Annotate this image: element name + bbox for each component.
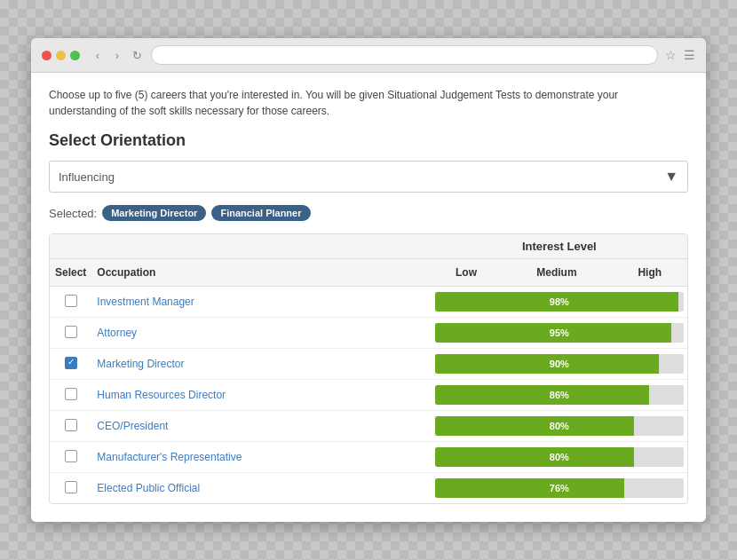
bar-cell: 80% <box>432 411 687 442</box>
bar-label: 76% <box>435 483 684 493</box>
checkbox[interactable] <box>65 419 77 431</box>
browser-window: ‹ › ↻ ☆ ☰ Choose up to five (5) careers … <box>31 38 706 522</box>
table-row: Elected Public Official76% <box>50 473 687 504</box>
bar-cell: 86% <box>432 380 687 411</box>
bar-label: 86% <box>435 390 684 400</box>
bar-cell: 80% <box>432 442 687 473</box>
bar-cell: 90% <box>432 349 687 380</box>
table-row: Manufacturer's Representative80% <box>50 442 687 473</box>
select-cell[interactable] <box>50 349 91 380</box>
occupation-cell: Attorney <box>91 318 431 349</box>
table-row: Human Resources Director86% <box>50 380 687 411</box>
maximize-button[interactable] <box>70 51 80 60</box>
checkbox[interactable] <box>65 295 77 307</box>
table-row: Marketing Director90% <box>50 349 687 380</box>
select-col-header: Select <box>50 259 91 287</box>
checkbox[interactable] <box>65 357 77 369</box>
bar-label: 80% <box>435 421 684 431</box>
browser-nav: ‹ › ↻ <box>91 48 144 62</box>
occupation-cell: Elected Public Official <box>91 473 431 504</box>
high-col-header: High <box>613 259 687 287</box>
bar-cell: 98% <box>432 287 687 318</box>
checkbox[interactable] <box>65 388 77 400</box>
bar-label: 95% <box>435 327 684 338</box>
checkbox[interactable] <box>65 481 77 493</box>
tag-financial-planner[interactable]: Financial Planner <box>211 205 310 221</box>
select-cell[interactable] <box>50 442 91 473</box>
back-button[interactable]: ‹ <box>91 48 105 62</box>
bar-label: 98% <box>435 296 684 307</box>
bar-label: 90% <box>435 359 684 369</box>
occupation-col-header: Occupation <box>91 259 431 287</box>
address-bar[interactable] <box>151 45 658 65</box>
star-icon[interactable]: ☆ <box>665 48 677 62</box>
table-row: CEO/President80% <box>50 411 687 442</box>
low-col-header: Low <box>432 259 502 287</box>
table-row: Investment Manager98% <box>50 287 687 318</box>
tag-marketing-director[interactable]: Marketing Director <box>102 205 206 221</box>
occupation-cell: Marketing Director <box>91 349 431 380</box>
reload-button[interactable]: ↻ <box>130 48 144 62</box>
medium-col-header: Medium <box>501 259 612 287</box>
table-row: Attorney95% <box>50 318 687 349</box>
instructions-text: Choose up to five (5) careers that you'r… <box>49 87 688 119</box>
minimize-button[interactable] <box>56 51 66 60</box>
checkbox[interactable] <box>65 450 77 462</box>
orientation-dropdown[interactable]: Influencing ▼ <box>49 161 688 193</box>
interest-header-row: Interest Level <box>50 234 687 259</box>
browser-actions: ☆ ☰ <box>665 48 695 62</box>
select-cell[interactable] <box>50 473 91 504</box>
forward-button[interactable]: › <box>110 48 124 62</box>
select-cell[interactable] <box>50 318 91 349</box>
menu-icon[interactable]: ☰ <box>684 48 695 62</box>
occupation-cell: Human Resources Director <box>91 380 431 411</box>
column-header-row: Select Occupation Low Medium High <box>50 259 687 287</box>
select-cell[interactable] <box>50 411 91 442</box>
checkbox[interactable] <box>65 326 77 338</box>
select-cell[interactable] <box>50 380 91 411</box>
selected-row: Selected: Marketing Director Financial P… <box>49 205 688 221</box>
close-button[interactable] <box>42 51 52 60</box>
bar-cell: 76% <box>432 473 687 504</box>
select-cell[interactable] <box>50 287 91 318</box>
traffic-lights <box>42 51 80 60</box>
browser-titlebar: ‹ › ↻ ☆ ☰ <box>31 38 706 73</box>
occupation-cell: CEO/President <box>91 411 431 442</box>
bar-label: 80% <box>435 452 684 462</box>
selected-label: Selected: <box>49 207 97 220</box>
occupation-cell: Manufacturer's Representative <box>91 442 431 473</box>
section-title: Select Orientation <box>49 131 688 150</box>
chevron-down-icon: ▼ <box>664 169 678 185</box>
careers-table: Interest Level Select Occupation Low Med… <box>49 233 688 504</box>
bar-cell: 95% <box>432 318 687 349</box>
browser-content: Choose up to five (5) careers that you'r… <box>31 73 706 522</box>
dropdown-value: Influencing <box>59 170 115 184</box>
occupation-cell: Investment Manager <box>91 287 431 318</box>
interest-level-header: Interest Level <box>432 234 687 259</box>
empty-header <box>50 234 432 259</box>
